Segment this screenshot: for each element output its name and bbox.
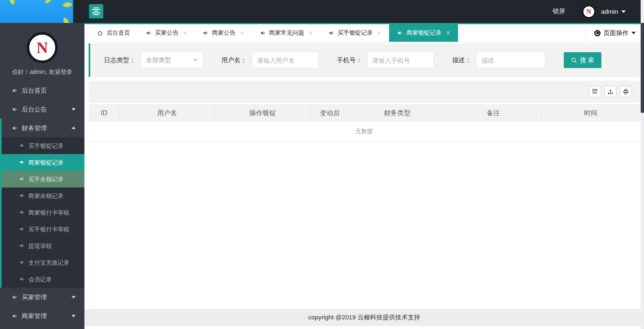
- finance-submenu: 买手银锭记录 商家银锭记录 买手余额记录 商家余额记录 商家银行卡审核: [2, 137, 84, 288]
- tab-label: 后台首页: [107, 29, 130, 37]
- fisheye-icon: [594, 30, 601, 36]
- sidebar-item-buyer-balance-records[interactable]: 买手余额记录: [2, 171, 84, 187]
- speaker-icon: [19, 159, 25, 165]
- speaker-icon: [12, 125, 18, 131]
- collapse-menu-icon[interactable]: [89, 4, 103, 18]
- sidebar-item-buyer-management[interactable]: 买家管理: [0, 288, 84, 306]
- tab-label: 商家公告: [212, 29, 235, 37]
- tab-buyer-announcements[interactable]: 买家公告: [138, 24, 195, 42]
- sidebar-item-label: 买手银行卡审核: [28, 226, 69, 233]
- sidebar-item-merchant-management[interactable]: 商家管理: [0, 306, 84, 325]
- close-icon[interactable]: [446, 30, 450, 36]
- page-operations-button[interactable]: 页面操作: [585, 24, 644, 42]
- chevron-down-icon: [71, 108, 76, 111]
- sidebar-item-merchant-bankcard-audit[interactable]: 商家银行卡审核: [2, 204, 84, 221]
- scrollbar-thumb[interactable]: [641, 23, 644, 113]
- search-icon: [571, 57, 577, 63]
- speaker-icon: [19, 210, 25, 215]
- filter-bar: 日志类型： 全部类型 用户名： 手机号： 描述： 搜 索: [89, 43, 640, 77]
- print-icon: [623, 89, 629, 95]
- close-icon[interactable]: [183, 30, 187, 36]
- sidebar-item-label: 买家管理: [22, 294, 47, 301]
- footer: copyright @2019 云梭科技提供技术支持: [84, 309, 644, 326]
- page-scrollbar: [641, 0, 644, 329]
- chevron-up-icon: [71, 127, 76, 129]
- leaf-decoration: [7, 0, 17, 5]
- sidebar-item-label: 商家银行卡审核: [28, 209, 69, 216]
- sidebar-item-merchant-balance-records[interactable]: 商家余额记录: [2, 187, 84, 204]
- username-label: 用户名：: [221, 56, 247, 64]
- tab-merchant-announcements[interactable]: 商家公告: [195, 24, 252, 42]
- column-header-time: 时间: [542, 105, 640, 121]
- table-header: ID 用户名 操作银锭 变动后 财务类型 备注 时间: [89, 104, 640, 121]
- chevron-down-icon: [71, 315, 76, 317]
- sidebar-item-label: 财务管理: [22, 124, 47, 132]
- filter-log-type: 日志类型： 全部类型: [104, 52, 203, 68]
- username-input[interactable]: [252, 52, 318, 68]
- description-input[interactable]: [476, 52, 545, 68]
- close-icon[interactable]: [309, 30, 313, 36]
- export-button[interactable]: [604, 86, 616, 97]
- logo-letter: N: [36, 40, 48, 56]
- speaker-icon: [12, 88, 18, 94]
- brand-image: [0, 0, 73, 23]
- column-header-ingot-operation: 操作银锭: [215, 105, 311, 121]
- greeting-text: 你好！admin, 欢迎登录: [0, 68, 84, 76]
- log-type-label: 日志类型：: [104, 56, 135, 64]
- close-icon[interactable]: [240, 30, 244, 36]
- search-button[interactable]: 搜 索: [564, 52, 601, 68]
- sidebar-item-label: 商家余额记录: [28, 192, 64, 199]
- avatar[interactable]: N: [582, 5, 596, 18]
- sidebar-item-merchant-ingot-records[interactable]: 商家银锭记录: [2, 154, 84, 171]
- chevron-down-icon[interactable]: [621, 10, 626, 13]
- sidebar-item-alipay-recharge-records[interactable]: 支付宝充值记录: [2, 254, 84, 271]
- filter-columns-button[interactable]: [589, 86, 601, 97]
- topbar-right: 锁屏 N admin: [552, 0, 626, 23]
- sidebar-logo: N: [27, 32, 58, 63]
- leaf-decoration: [62, 18, 71, 23]
- sidebar-menu: 后台首页 后台公告 财务管理 买手银锭记录 商家银锭记录: [0, 81, 84, 325]
- sidebar-item-label: 支付宝充值记录: [28, 259, 69, 266]
- tab-merchant-faq[interactable]: 商家常见问题: [252, 24, 321, 42]
- log-type-value: 全部类型: [146, 56, 171, 64]
- speaker-icon: [203, 30, 209, 36]
- speaker-icon: [19, 260, 25, 265]
- tab-label: 买家公告: [155, 29, 178, 37]
- print-button[interactable]: [620, 86, 632, 97]
- home-icon: [97, 30, 103, 36]
- leaf-decoration: [45, 0, 53, 3]
- sidebar-item-label: 提现审核: [28, 243, 52, 249]
- chevron-down-icon: [71, 296, 76, 299]
- sidebar-group-finance: 财务管理 买手银锭记录 商家银锭记录 买手余额记录 商家余额记录: [0, 119, 84, 288]
- username-dropdown[interactable]: admin: [601, 8, 618, 15]
- leaf-decoration: [63, 0, 73, 10]
- speaker-icon: [328, 30, 334, 36]
- sidebar-item-withdrawal-audit[interactable]: 提现审核: [2, 238, 84, 254]
- tab-label: 买手银锭记录: [338, 29, 373, 37]
- phone-input[interactable]: [367, 52, 434, 68]
- speaker-icon: [260, 30, 266, 36]
- sidebar-item-member-records[interactable]: 会员记录: [2, 271, 84, 288]
- sidebar-item-label: 买手银锭记录: [28, 142, 64, 149]
- sidebar-item-label: 买手余额记录: [28, 176, 64, 182]
- speaker-icon: [19, 243, 25, 248]
- speaker-icon: [12, 313, 18, 319]
- filter-username: 用户名：: [221, 52, 318, 68]
- tab-home[interactable]: 后台首页: [89, 24, 138, 42]
- sidebar-item-announcements[interactable]: 后台公告: [0, 100, 84, 119]
- search-button-label: 搜 索: [580, 56, 594, 64]
- sidebar-item-finance[interactable]: 财务管理: [2, 119, 84, 137]
- speaker-icon: [146, 30, 152, 36]
- speaker-icon: [19, 193, 25, 198]
- tab-merchant-ingot-records[interactable]: 商家银锭记录: [389, 24, 458, 42]
- log-type-select[interactable]: 全部类型: [140, 52, 203, 68]
- description-label: 描述：: [452, 56, 471, 64]
- lock-screen-button[interactable]: 锁屏: [552, 8, 565, 15]
- avatar-letter: N: [586, 8, 591, 15]
- sidebar-item-home[interactable]: 后台首页: [0, 81, 84, 100]
- close-icon[interactable]: [377, 30, 381, 36]
- sidebar-item-buyer-bankcard-audit[interactable]: 买手银行卡审核: [2, 221, 84, 238]
- tab-buyer-ingot-records[interactable]: 买手银锭记录: [321, 24, 389, 42]
- sidebar-item-buyer-ingot-records[interactable]: 买手银锭记录: [2, 137, 84, 154]
- phone-label: 手机号：: [337, 56, 362, 64]
